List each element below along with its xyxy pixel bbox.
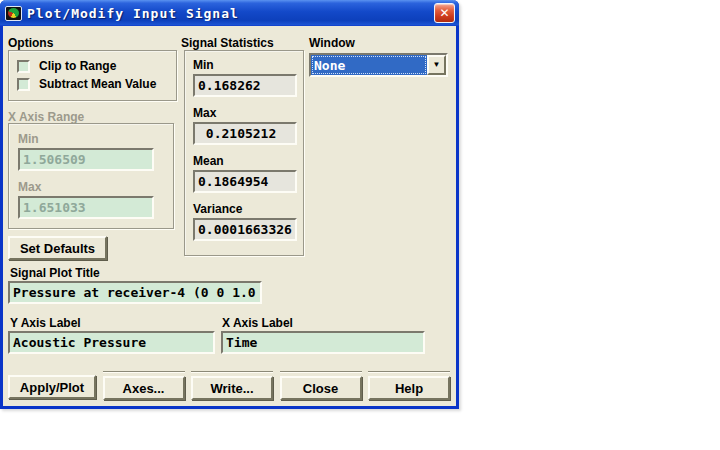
signal-plot-title-field[interactable]: Pressure at receiver-4 (0 0 1.0 (8, 281, 262, 304)
stat-mean-value: 0.1864954 (193, 170, 297, 193)
signal-statistics-section-label: Signal Statistics (181, 36, 274, 50)
dialog-body: Options Clip to Range Subtract Mean Valu… (3, 26, 456, 406)
apply-plot-button[interactable]: Apply/Plot (8, 375, 96, 399)
x-axis-label-field[interactable]: Time (221, 331, 425, 354)
clip-to-range-label: Clip to Range (39, 59, 116, 73)
options-group: Clip to Range Subtract Mean Value (8, 50, 177, 101)
close-button[interactable]: ✕ (434, 3, 455, 23)
stat-mean-label: Mean (193, 154, 303, 168)
apply-plot-cell: Apply/Plot (8, 371, 96, 401)
screen-background: Plot/Modify Input Signal ✕ Options Clip … (0, 0, 720, 450)
x-axis-label-label: X Axis Label (222, 316, 293, 330)
stat-variance-label: Variance (193, 202, 303, 216)
stat-max-label: Max (193, 106, 303, 120)
set-defaults-button[interactable]: Set Defaults (8, 236, 107, 260)
stat-min-value: 0.168262 (193, 74, 297, 97)
help-button[interactable]: Help (368, 376, 450, 400)
title-bar[interactable]: Plot/Modify Input Signal ✕ (0, 0, 459, 26)
write-button[interactable]: Write... (191, 376, 273, 400)
subtract-mean-value-row[interactable]: Subtract Mean Value (17, 75, 176, 93)
write-cell: Write... (191, 371, 273, 401)
window-dropdown-value: None (311, 55, 427, 75)
signal-statistics-group: Min 0.168262 Max 0.2105212 Mean 0.186495… (184, 50, 304, 256)
subtract-mean-value-checkbox[interactable] (17, 78, 30, 91)
close-icon: ✕ (439, 6, 449, 20)
axes-button[interactable]: Axes... (103, 376, 185, 400)
clip-to-range-checkbox[interactable] (17, 60, 30, 73)
y-axis-label-label: Y Axis Label (10, 316, 81, 330)
signal-plot-title-label: Signal Plot Title (10, 266, 100, 280)
stat-max-value: 0.2105212 (193, 122, 297, 145)
close-cell: Close (280, 371, 362, 401)
x-range-max-field[interactable]: 1.651033 (18, 196, 154, 219)
window-dropdown[interactable]: None ▼ (309, 53, 448, 77)
subtract-mean-value-label: Subtract Mean Value (39, 77, 156, 91)
x-axis-range-group: Min 1.506509 Max 1.651033 (8, 123, 174, 229)
x-axis-range-section-label: X Axis Range (8, 110, 84, 124)
y-axis-label-field[interactable]: Acoustic Pressure (8, 331, 215, 354)
options-section-label: Options (8, 36, 53, 50)
close-dialog-button[interactable]: Close (280, 376, 362, 400)
help-cell: Help (368, 371, 450, 401)
plot-modify-input-signal-dialog: Plot/Modify Input Signal ✕ Options Clip … (0, 0, 459, 409)
stat-min-label: Min (193, 58, 303, 72)
window-dropdown-arrow-button[interactable]: ▼ (427, 55, 446, 75)
chevron-down-icon: ▼ (433, 61, 441, 69)
window-section-label: Window (309, 36, 355, 50)
x-range-min-field[interactable]: 1.506509 (18, 148, 154, 171)
x-range-max-label: Max (18, 180, 173, 194)
clip-to-range-row[interactable]: Clip to Range (17, 57, 176, 75)
dialog-button-row: Apply/Plot Axes... Write... Close Help (8, 371, 450, 401)
window-title: Plot/Modify Input Signal (27, 6, 434, 21)
stat-variance-value: 0.0001663326 (193, 218, 297, 241)
x-range-min-label: Min (18, 132, 173, 146)
axes-cell: Axes... (103, 371, 185, 401)
fluent-app-icon (5, 6, 22, 21)
